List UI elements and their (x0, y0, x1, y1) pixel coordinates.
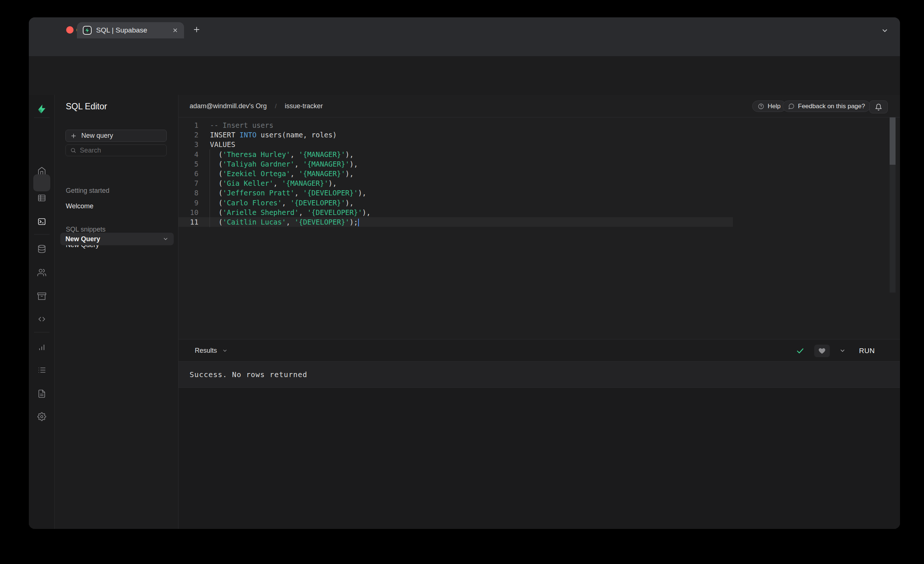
line-text: ('Ezekiel Ortega', '{MANAGER}'), (198, 169, 354, 178)
section-label-sql-snippets: SQL snippets (66, 226, 105, 233)
new-query-button[interactable]: New query (65, 130, 167, 142)
line-number: 4 (178, 150, 198, 159)
line-text: VALUES (198, 140, 236, 149)
code-line[interactable]: 8 ('Jefferson Pratt', '{DEVELOPER}'), (178, 188, 733, 197)
browser-toolbar: app.supabase.com/project/azahtnhqohyjerz… (29, 39, 900, 56)
api-docs-file-icon[interactable] (38, 389, 46, 398)
code-line[interactable]: 2INSERT INTO users(name, roles) (178, 130, 733, 140)
line-number: 6 (178, 169, 198, 178)
line-number: 5 (178, 159, 198, 169)
browser-window: SQL | Supabase app.supabase.com/project/… (29, 17, 900, 529)
new-tab-button[interactable] (192, 25, 201, 34)
edge-functions-code-icon[interactable] (38, 315, 46, 323)
text-cursor (358, 218, 359, 226)
line-text: ('Gia Keller', '{MANAGER}'), (198, 178, 337, 188)
tab-strip: SQL | Supabase (29, 17, 900, 39)
code-line[interactable]: 1-- Insert users (178, 120, 733, 130)
supabase-app: SQL Editor New query Getting started Wel… (29, 56, 900, 529)
code-line[interactable]: 10 ('Arielle Shepherd', '{DEVELOPER}'), (178, 208, 733, 217)
code-line[interactable]: 4 ('Theresa Hurley', '{MANAGER}'), (178, 150, 733, 159)
chevron-down-icon[interactable] (163, 236, 168, 242)
code-editor[interactable]: 1-- Insert users2INSERT INTO users(name,… (178, 117, 900, 339)
editor-scrollbar-thumb[interactable] (890, 117, 896, 165)
indent-guide (210, 150, 210, 227)
plus-icon (70, 133, 77, 139)
browser-tab[interactable]: SQL | Supabase (77, 22, 184, 39)
code-line[interactable]: 9 ('Carlo Flores', '{DEVELOPER}'), (178, 198, 733, 208)
line-text: INSERT INTO users(name, roles) (198, 130, 337, 140)
results-label: Results (195, 347, 217, 355)
line-number: 11 (178, 217, 198, 227)
line-text: ('Jefferson Pratt', '{DEVELOPER}'), (198, 188, 366, 197)
rail-divider (34, 117, 50, 118)
results-bar: Results RUN (178, 339, 900, 362)
run-button[interactable]: RUN (855, 345, 879, 357)
breadcrumb-org[interactable]: adam@windmill.dev's Org (190, 102, 267, 110)
search-box (65, 144, 167, 156)
settings-gear-icon[interactable] (38, 412, 46, 421)
supabase-favicon (83, 26, 92, 35)
line-text: ('Carlo Flores', '{DEVELOPER}'), (198, 198, 354, 208)
table-editor-icon[interactable] (38, 193, 46, 202)
success-check-icon (796, 346, 805, 355)
notifications-button[interactable] (869, 100, 888, 114)
close-window-button[interactable] (66, 26, 74, 34)
line-number: 7 (178, 178, 198, 188)
search-icon (70, 147, 76, 154)
storage-icon[interactable] (38, 292, 46, 301)
line-number: 8 (178, 188, 198, 197)
tab-list-chevron-icon[interactable] (881, 27, 888, 34)
reports-chart-icon[interactable] (38, 343, 46, 352)
line-text: -- Insert users (198, 120, 273, 130)
feedback-button[interactable]: Feedback on this page? (783, 100, 870, 112)
logs-list-icon[interactable] (38, 366, 46, 374)
line-text: ('Theresa Hurley', '{MANAGER}'), (198, 150, 354, 159)
speech-bubble-icon (788, 103, 795, 110)
line-number: 3 (178, 140, 198, 149)
results-actions: RUN (796, 340, 879, 362)
sidebar-item-welcome[interactable]: Welcome (66, 202, 93, 210)
line-text: ('Arielle Shepherd', '{DEVELOPER}'), (198, 208, 371, 217)
favorite-heart-icon[interactable] (814, 345, 830, 357)
line-number: 1 (178, 120, 198, 130)
code-line[interactable]: 7 ('Gia Keller', '{MANAGER}'), (178, 178, 733, 188)
help-circle-icon (758, 103, 764, 110)
selected-item-label: New Query (65, 235, 100, 243)
line-text: ('Caitlin Lucas', '{DEVELOPER}'); (198, 217, 359, 227)
line-number: 9 (178, 198, 198, 208)
code-line[interactable]: 3VALUES (178, 140, 733, 149)
help-button[interactable]: Help (752, 100, 786, 112)
rail-divider (34, 332, 50, 332)
code-lines: 1-- Insert users2INSERT INTO users(name,… (178, 120, 733, 227)
auth-users-icon[interactable] (38, 268, 46, 277)
main-panel: adam@windmill.dev's Org / issue-tracker … (178, 95, 900, 529)
breadcrumb-project[interactable]: issue-tracker (285, 102, 323, 110)
rail-divider (34, 234, 50, 235)
bell-icon (875, 103, 882, 111)
search-input[interactable] (80, 147, 162, 154)
results-empty-area (178, 388, 900, 529)
line-number: 10 (178, 208, 198, 217)
database-icon[interactable] (38, 244, 46, 253)
code-line[interactable]: 5 ('Taliyah Gardner', '{MANAGER}'), (178, 159, 733, 169)
results-output: Success. No rows returned (178, 362, 900, 388)
section-label-getting-started: Getting started (66, 187, 110, 194)
icon-rail (29, 95, 55, 529)
new-query-button-label: New query (81, 132, 113, 140)
tab-title: SQL | Supabase (96, 26, 168, 34)
code-line[interactable]: 6 ('Ezekiel Ortega', '{MANAGER}'), (178, 169, 733, 178)
breadcrumb-separator: / (275, 103, 277, 110)
breadcrumb: adam@windmill.dev's Org / issue-tracker (190, 95, 323, 117)
sidebar-item-new-query-selected[interactable]: New Query (60, 233, 174, 245)
run-options-chevron-icon[interactable] (839, 347, 846, 354)
success-message: Success. No rows returned (190, 371, 308, 379)
supabase-logo-icon[interactable] (37, 104, 47, 114)
code-line[interactable]: 11 ('Caitlin Lucas', '{DEVELOPER}'); (178, 217, 733, 227)
sql-editor-terminal-icon[interactable] (38, 178, 46, 187)
results-dropdown[interactable]: Results (195, 340, 228, 362)
tab-close-icon[interactable] (172, 27, 178, 33)
line-text: ('Taliyah Gardner', '{MANAGER}'), (198, 159, 358, 169)
sql-editor-sidebar: SQL Editor New query Getting started Wel… (55, 95, 178, 529)
line-number: 2 (178, 130, 198, 140)
page-title: SQL Editor (66, 102, 107, 112)
